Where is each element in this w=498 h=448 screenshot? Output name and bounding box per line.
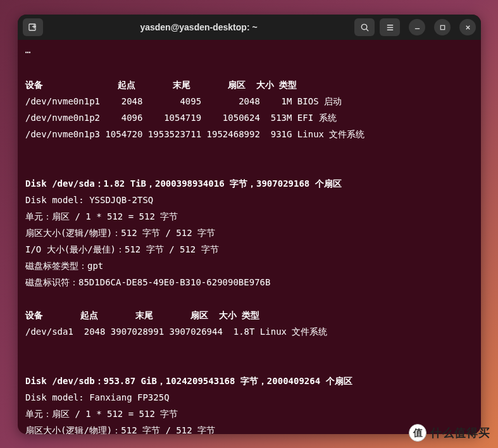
partition-row: /dev/sda1 2048 3907028991 3907026944 1.8… — [25, 327, 327, 337]
disk-io-size: I/O 大小(最小/最佳)：512 字节 / 512 字节 — [25, 244, 219, 254]
truncated-line: ⋯ — [25, 47, 30, 57]
svg-point-1 — [361, 24, 366, 29]
disk-label-type: 磁盘标签类型：gpt — [25, 261, 103, 271]
disk-identifier: 磁盘标识符：85D1D6CA-DE85-49E0-B310-629090BE97… — [25, 277, 270, 287]
svg-rect-2 — [440, 25, 444, 29]
disk-sector-size: 扇区大小(逻辑/物理)：512 字节 / 512 字节 — [25, 228, 215, 238]
disk-model: Disk model: YSSDJQB-2TSQ — [25, 195, 153, 205]
search-button[interactable] — [354, 18, 375, 36]
disk-unit: 单元：扇区 / 1 * 512 = 512 字节 — [25, 211, 178, 221]
partition-table-header: 设备 起点 末尾 扇区 大小 类型 — [25, 310, 259, 320]
terminal-window: yasden@yasden-desktop: ~ ⋯ 设备 起点 末尾 扇区 大… — [18, 15, 481, 434]
disk-model: Disk model: Fanxiang FP325Q — [25, 392, 170, 402]
watermark: 值 什么值得买 — [409, 424, 490, 442]
new-tab-button[interactable] — [23, 18, 43, 36]
disk-sector-size: 扇区大小(逻辑/物理)：512 字节 / 512 字节 — [25, 425, 215, 434]
watermark-icon: 值 — [409, 424, 426, 442]
maximize-button[interactable] — [434, 19, 451, 35]
disk-header: Disk /dev/sda：1.82 TiB，2000398934016 字节，… — [25, 178, 342, 189]
watermark-text: 什么值得买 — [430, 425, 490, 440]
partition-table-header: 设备 起点 末尾 扇区 大小 类型 — [25, 80, 297, 90]
titlebar: yasden@yasden-desktop: ~ — [18, 15, 481, 40]
close-button[interactable] — [459, 19, 476, 35]
disk-unit: 单元：扇区 / 1 * 512 = 512 字节 — [25, 409, 178, 419]
window-title: yasden@yasden-desktop: ~ — [48, 22, 349, 32]
partition-row: /dev/nvme0n1p2 4096 1054719 1050624 513M… — [25, 113, 337, 123]
partition-row: /dev/nvme0n1p1 2048 4095 2048 1M BIOS 启动 — [25, 96, 342, 106]
menu-button[interactable] — [380, 18, 400, 36]
terminal-output[interactable]: ⋯ 设备 起点 末尾 扇区 大小 类型 /dev/nvme0n1p1 2048 … — [18, 40, 481, 434]
disk-header: Disk /dev/sdb：953.87 GiB，1024209543168 字… — [25, 376, 352, 386]
minimize-button[interactable] — [409, 19, 425, 35]
partition-row: /dev/nvme0n1p3 1054720 1953523711 195246… — [25, 129, 364, 139]
